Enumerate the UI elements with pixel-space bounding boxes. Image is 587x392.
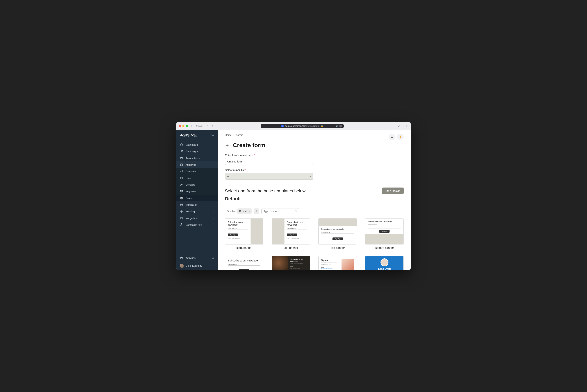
template-card-dark[interactable]: Subscribe to our newsletterLorem ipsum d…	[272, 256, 310, 270]
nav-campaigns[interactable]: Campaigns	[176, 148, 218, 155]
category-heading: Default	[225, 196, 404, 202]
template-card-illustration[interactable]: Sign upconsectetur adipiscing elit. Morb…	[319, 256, 357, 270]
svg-line-42	[401, 136, 401, 136]
template-card-top-banner[interactable]: Subscribe to our newsletterEmail Address…	[319, 218, 357, 250]
app-logo[interactable]: Acelle Mail	[180, 133, 197, 138]
template-search-input[interactable]	[261, 208, 299, 214]
audio-icon[interactable]: 🔊	[335, 125, 338, 128]
svg-line-33	[393, 138, 393, 138]
template-card-plain[interactable]: Subscribe to our newsletterEmail Address…	[225, 256, 263, 270]
external-icon	[212, 256, 214, 259]
svg-line-39	[399, 136, 400, 136]
nav-campaign-api[interactable]: Campaign API	[176, 222, 218, 228]
mail-list-label: Select a mail list *	[225, 168, 313, 172]
chevron-right-icon: ›	[233, 134, 234, 136]
template-card-left-banner[interactable]: Subscribe to our newsletterEmail Address…	[272, 218, 310, 250]
list-icon	[180, 176, 183, 180]
nav-automations[interactable]: Automations	[176, 155, 218, 162]
breadcrumb: Home › Forms	[225, 134, 243, 136]
nav-user[interactable]: Jolie Kennedy›	[176, 262, 218, 270]
private-label: Private	[196, 125, 203, 128]
svg-rect-0	[191, 125, 193, 127]
template-card-title: Left banner	[272, 246, 310, 250]
svg-point-34	[400, 136, 401, 138]
svg-point-30	[181, 224, 182, 225]
share-icon[interactable]	[397, 124, 401, 128]
new-tab-icon[interactable]: ＋	[404, 124, 408, 128]
nav-reload-icon[interactable]: ↻	[211, 124, 214, 128]
gear-icon	[180, 223, 183, 226]
template-card-title: Top banner	[319, 246, 357, 250]
template-card-blue-profile[interactable]: Lena SwiftEmailSubmit	[365, 256, 404, 270]
chevron-down-icon: ⌄	[212, 164, 214, 166]
nav-dashboard[interactable]: Dashboard	[176, 141, 218, 148]
svg-line-41	[399, 138, 400, 138]
svg-rect-20	[182, 190, 183, 191]
search-icon	[295, 210, 298, 212]
browser-toolbar: Private 〈 ↻ M demo.acellemail.com/forms/…	[176, 122, 411, 130]
page-title: ＋Create form	[225, 142, 404, 148]
nav-back-icon[interactable]: 〈	[205, 124, 209, 128]
window-close[interactable]	[179, 125, 181, 127]
svg-point-17	[181, 184, 181, 185]
paper-plane-icon	[180, 150, 183, 153]
chevron-right-icon: ›	[213, 217, 214, 219]
template-card-title: Bottom banner	[365, 246, 404, 250]
template-card-right-banner[interactable]: Subscribe to our newsletterEmail Address…	[225, 218, 263, 250]
start-design-button[interactable]: Start Design	[382, 188, 404, 194]
template-card-bottom-banner[interactable]: Subscribe to our newsletterEmail Address…	[365, 218, 404, 250]
window-minimize[interactable]	[182, 125, 184, 127]
audience-icon	[180, 163, 183, 166]
url-bar[interactable]: M demo.acellemail.com/forms/create 🔒 🔊 •…	[261, 124, 344, 128]
home-icon	[180, 143, 183, 146]
app-sidebar: Acelle Mail Dashboard Campaigns Automati…	[176, 130, 218, 270]
chevron-right-icon: ›	[213, 265, 214, 267]
sort-direction-button[interactable]	[254, 208, 259, 214]
url-path: /forms/create	[306, 125, 319, 127]
svg-point-32	[391, 136, 393, 138]
svg-rect-19	[180, 190, 181, 191]
download-icon[interactable]	[390, 124, 394, 128]
svg-point-9	[181, 164, 182, 165]
form-name-input[interactable]	[225, 158, 313, 165]
svg-rect-27	[180, 204, 182, 206]
browser-window: Private 〈 ↻ M demo.acellemail.com/forms/…	[176, 122, 411, 270]
url-host: demo.acellemail.com	[285, 125, 306, 127]
segments-icon	[180, 190, 183, 193]
nav-audience[interactable]: Audience⌄	[176, 162, 218, 168]
traffic-lights	[179, 125, 188, 127]
theme-toggle[interactable]	[397, 134, 404, 140]
sidebar-toggle-icon[interactable]	[190, 124, 194, 128]
nav-segments[interactable]: Segments	[176, 188, 218, 195]
contacts-icon	[180, 183, 183, 186]
nav-lists[interactable]: Lists	[176, 175, 218, 182]
sort-select[interactable]: Default	[237, 208, 252, 214]
svg-line-47	[297, 211, 297, 212]
nav-forms[interactable]: Forms	[176, 195, 218, 202]
lock-icon: 🔒	[321, 125, 323, 127]
mail-list-select[interactable]: --	[225, 173, 313, 180]
nav-overview[interactable]: Overview	[176, 168, 218, 175]
nav-contacts[interactable]: Contacts	[176, 182, 218, 188]
nav-activities[interactable]: Activities	[176, 254, 218, 262]
breadcrumb-home[interactable]: Home	[225, 134, 232, 136]
forms-icon	[180, 196, 183, 200]
reader-icon[interactable]: •••	[339, 124, 342, 128]
collapse-icon[interactable]	[211, 133, 214, 138]
main-content: Home › Forms ＋Create form Enter form's n…	[218, 130, 411, 270]
nav-sending[interactable]: Sending›	[176, 208, 218, 215]
automation-icon	[180, 156, 183, 160]
templates-icon	[180, 203, 183, 206]
templates-heading: Select one from the base templates below	[225, 188, 306, 194]
chart-icon	[180, 170, 183, 173]
svg-rect-14	[180, 177, 182, 179]
sending-icon	[180, 210, 183, 213]
window-maximize[interactable]	[186, 125, 188, 127]
search-button[interactable]	[389, 134, 395, 140]
site-favicon: M	[281, 125, 283, 127]
history-icon	[180, 256, 183, 260]
svg-rect-21	[180, 192, 181, 192]
nav-integration[interactable]: Integration›	[176, 215, 218, 222]
nav-templates[interactable]: Templates	[176, 202, 218, 208]
svg-rect-29	[180, 218, 182, 219]
